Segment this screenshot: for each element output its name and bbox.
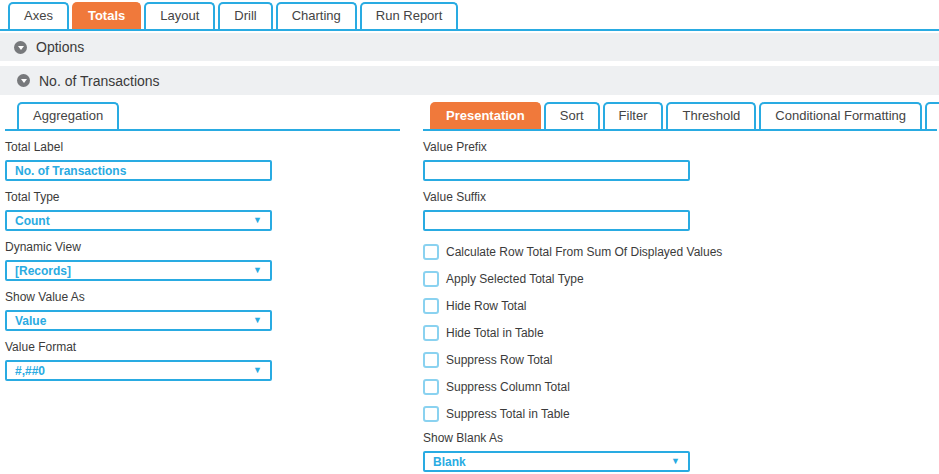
checkbox-label: Hide Row Total	[446, 299, 526, 313]
value-suffix-field: Value Suffix	[423, 191, 937, 231]
show-value-as-dropdown[interactable]: Value ▼	[5, 310, 272, 331]
presentation-panel: Presentation Sort Filter Threshold Condi…	[423, 103, 937, 472]
tab-totals[interactable]: Totals	[72, 2, 141, 29]
tab-axes[interactable]: Axes	[8, 2, 69, 29]
dynamic-view-label: Dynamic View	[5, 241, 400, 254]
total-label-field: Total Label	[5, 141, 400, 181]
tab-run-report[interactable]: Run Report	[360, 2, 458, 29]
value-suffix-input[interactable]	[423, 210, 690, 231]
chevron-down-icon: ▼	[253, 216, 262, 225]
checkbox-label: Calculate Row Total From Sum Of Displaye…	[446, 245, 722, 259]
tab-charting[interactable]: Charting	[276, 2, 357, 29]
checkbox-label: Suppress Row Total	[446, 353, 553, 367]
value-prefix-field: Value Prefix	[423, 141, 937, 181]
main-tab-bar: Axes Totals Layout Drill Charting Run Re…	[0, 0, 939, 31]
value-format-label: Value Format	[5, 341, 400, 354]
chevron-down-icon: ▼	[253, 366, 262, 375]
total-label-input[interactable]	[5, 160, 272, 181]
presentation-checkbox-list: Calculate Row Total From Sum Of Displaye…	[423, 243, 937, 422]
value-format-field: Value Format #,##0 ▼	[5, 341, 400, 381]
total-type-field: Total Type Count ▼	[5, 191, 400, 231]
tab-aggregation[interactable]: Aggregation	[17, 102, 119, 129]
value-suffix-label: Value Suffix	[423, 191, 937, 204]
checkbox-label: Suppress Total in Table	[446, 407, 570, 421]
checkbox-icon[interactable]	[423, 298, 439, 314]
chevron-down-icon: ▼	[253, 316, 262, 325]
section-title: No. of Transactions	[39, 73, 160, 89]
section-header-options[interactable]: Options	[0, 33, 939, 61]
section-title: Options	[36, 39, 84, 55]
checkbox-hide-total-in-table[interactable]: Hide Total in Table	[423, 324, 937, 341]
tab-drill[interactable]: Drill	[218, 2, 272, 29]
show-blank-as-field: Show Blank As Blank ▼	[423, 432, 937, 472]
aggregation-panel: Aggregation Total Label Total Type Count…	[5, 103, 400, 381]
value-format-dropdown[interactable]: #,##0 ▼	[5, 360, 272, 381]
checkbox-icon[interactable]	[423, 271, 439, 287]
checkbox-apply-selected-total-type[interactable]: Apply Selected Total Type	[423, 270, 937, 287]
right-sub-tab-bar: Presentation Sort Filter Threshold Condi…	[423, 103, 937, 131]
chevron-down-icon: ▼	[253, 266, 262, 275]
checkbox-icon[interactable]	[423, 379, 439, 395]
tab-conditional-formatting[interactable]: Conditional Formatting	[759, 102, 922, 129]
show-value-as-label: Show Value As	[5, 291, 400, 304]
checkbox-label: Apply Selected Total Type	[446, 272, 584, 286]
checkbox-suppress-total-in-table[interactable]: Suppress Total in Table	[423, 405, 937, 422]
checkbox-hide-row-total[interactable]: Hide Row Total	[423, 297, 937, 314]
dropdown-value: #,##0	[15, 364, 45, 378]
checkbox-icon[interactable]	[423, 244, 439, 260]
tab-threshold[interactable]: Threshold	[666, 102, 756, 129]
left-sub-tab-bar: Aggregation	[5, 103, 400, 131]
checkbox-label: Hide Total in Table	[446, 326, 544, 340]
chevron-down-icon	[18, 46, 24, 50]
checkbox-label: Suppress Column Total	[446, 380, 570, 394]
checkbox-icon[interactable]	[423, 325, 439, 341]
chevron-down-icon: ▼	[671, 457, 680, 466]
checkbox-icon[interactable]	[423, 352, 439, 368]
value-prefix-input[interactable]	[423, 160, 690, 181]
dropdown-value: Blank	[433, 455, 466, 469]
totals-config-screen: Axes Totals Layout Drill Charting Run Re…	[0, 0, 939, 474]
value-prefix-label: Value Prefix	[423, 141, 937, 154]
total-type-dropdown[interactable]: Count ▼	[5, 210, 272, 231]
tab-sort[interactable]: Sort	[544, 102, 600, 129]
checkbox-suppress-column-total[interactable]: Suppress Column Total	[423, 378, 937, 395]
dropdown-value: Count	[15, 214, 50, 228]
dynamic-view-dropdown[interactable]: [Records] ▼	[5, 260, 272, 281]
collapse-chevron-icon[interactable]	[17, 74, 30, 87]
show-blank-as-label: Show Blank As	[423, 432, 937, 445]
total-label-label: Total Label	[5, 141, 400, 154]
show-value-as-field: Show Value As Value ▼	[5, 291, 400, 331]
dropdown-value: [Records]	[15, 264, 71, 278]
section-header-transactions[interactable]: No. of Transactions	[0, 66, 939, 95]
tab-filter[interactable]: Filter	[603, 102, 664, 129]
tab-tooltips[interactable]: Tooltips	[925, 102, 939, 129]
chevron-down-icon	[21, 79, 27, 83]
dropdown-value: Value	[15, 314, 46, 328]
dynamic-view-field: Dynamic View [Records] ▼	[5, 241, 400, 281]
tab-presentation[interactable]: Presentation	[430, 102, 541, 129]
total-type-label: Total Type	[5, 191, 400, 204]
checkbox-icon[interactable]	[423, 406, 439, 422]
collapse-chevron-icon[interactable]	[14, 41, 27, 54]
checkbox-suppress-row-total[interactable]: Suppress Row Total	[423, 351, 937, 368]
show-blank-as-dropdown[interactable]: Blank ▼	[423, 451, 690, 472]
tab-layout[interactable]: Layout	[144, 2, 215, 29]
checkbox-calculate-row-total[interactable]: Calculate Row Total From Sum Of Displaye…	[423, 243, 937, 260]
